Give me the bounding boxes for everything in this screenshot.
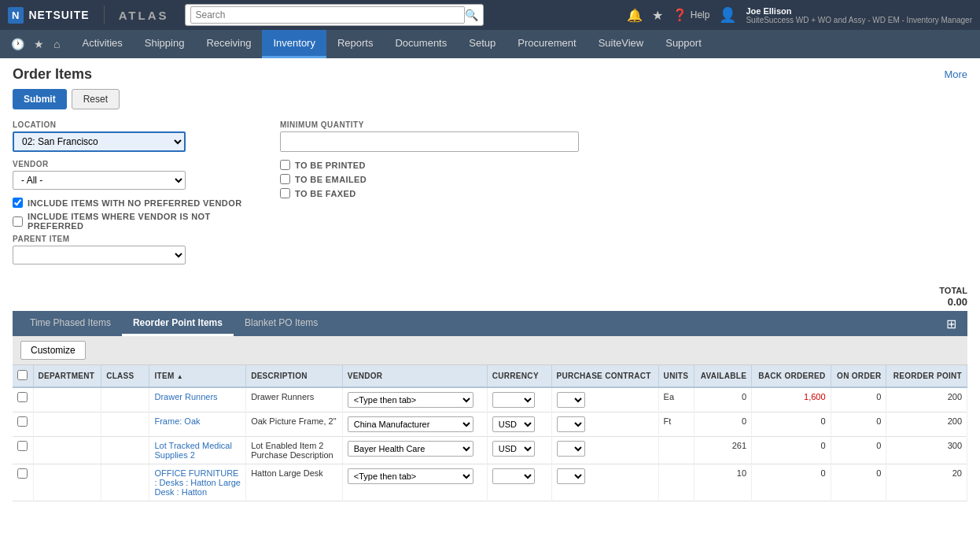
row2-on-order: 0 xyxy=(831,412,886,437)
reset-button[interactable]: Reset xyxy=(72,89,120,109)
include-no-preferred-label: INCLUDE ITEMS WITH NO PREFERRED VENDOR xyxy=(28,198,242,208)
location-select[interactable]: 02: San Francisco xyxy=(13,131,186,152)
to-be-faxed-checkbox[interactable] xyxy=(280,188,290,198)
row2-vendor-select[interactable]: China Manufacturer xyxy=(348,416,473,432)
row1-on-order: 0 xyxy=(831,387,886,412)
help-button[interactable]: ❓ Help xyxy=(672,8,710,22)
to-be-printed-checkbox[interactable] xyxy=(280,160,290,170)
search-input[interactable] xyxy=(190,6,465,24)
row2-currency-select[interactable]: USD xyxy=(492,416,535,432)
col-on-order-header: ON ORDER xyxy=(831,365,886,387)
col-check-header xyxy=(13,365,33,387)
row3-currency-select[interactable]: USD xyxy=(492,441,535,457)
nav-item-shipping[interactable]: Shipping xyxy=(134,30,196,58)
col-department-header: DEPARTMENT xyxy=(33,365,101,387)
home-icon[interactable]: 🕐 xyxy=(6,30,29,58)
col-class-header: CLASS xyxy=(101,365,149,387)
row1-vendor: <Type then tab> xyxy=(342,387,487,412)
total-area: TOTAL 0.00 xyxy=(13,285,967,308)
row1-back-ordered: 1,600 xyxy=(752,387,831,412)
row1-available: 0 xyxy=(694,387,752,412)
nav-item-inventory[interactable]: Inventory xyxy=(262,30,326,58)
row2-contract-select[interactable] xyxy=(557,416,585,432)
row1-back-ordered-link[interactable]: 1,600 xyxy=(804,392,826,401)
nav-item-receiving[interactable]: Receiving xyxy=(195,30,262,58)
row3-reorder-point: 300 xyxy=(886,437,967,464)
customize-button[interactable]: Customize xyxy=(20,341,86,360)
tab-blanket-po[interactable]: Blanket PO Items xyxy=(234,311,329,336)
row2-item: Frame: Oak xyxy=(149,412,246,437)
table-row: Drawer Runners Drawer Runners <Type then… xyxy=(13,387,967,412)
parent-item-select[interactable] xyxy=(13,246,186,264)
col-description-header: DESCRIPTION xyxy=(246,365,343,387)
table-row: Frame: Oak Oak Picture Frame, 2" China M… xyxy=(13,412,967,437)
row1-currency-select[interactable] xyxy=(492,392,535,408)
row3-contract-select[interactable] xyxy=(557,441,585,457)
nav-item-suiteview[interactable]: SuiteView xyxy=(588,30,655,58)
include-no-preferred-row: INCLUDE ITEMS WITH NO PREFERRED VENDOR xyxy=(13,198,249,208)
nav-item-setup[interactable]: Setup xyxy=(458,30,507,58)
search-bar[interactable]: 🔍 xyxy=(185,4,484,26)
row1-item-link[interactable]: Drawer Runners xyxy=(154,392,217,401)
to-be-faxed-row: TO BE FAXED xyxy=(280,188,967,198)
row4-currency-select[interactable] xyxy=(492,468,535,484)
row1-vendor-select[interactable]: <Type then tab> xyxy=(348,392,473,408)
nav-item-procurement[interactable]: Procurement xyxy=(507,30,587,58)
ns-logo-box: N xyxy=(8,7,24,24)
row4-check xyxy=(13,464,33,501)
table-header: DEPARTMENT CLASS ITEM DESCRIPTION VENDOR… xyxy=(13,365,967,387)
select-all-checkbox[interactable] xyxy=(17,370,28,380)
row4-currency xyxy=(487,464,551,501)
include-no-preferred-checkbox[interactable] xyxy=(13,198,23,208)
row4-item-link[interactable]: OFFICE FURNITURE : Desks : Hatton Large … xyxy=(154,468,240,497)
submit-button[interactable]: Submit xyxy=(13,89,67,109)
nav-item-documents[interactable]: Documents xyxy=(384,30,458,58)
row1-contract-select[interactable] xyxy=(557,392,585,408)
include-not-preferred-checkbox[interactable] xyxy=(13,216,23,227)
col-item-header[interactable]: ITEM xyxy=(149,365,246,387)
table-body: Drawer Runners Drawer Runners <Type then… xyxy=(13,387,967,501)
row3-item-link[interactable]: Lot Tracked Medical Supplies 2 xyxy=(154,441,231,460)
row4-department xyxy=(33,464,101,501)
row4-vendor-select[interactable]: <Type then tab> xyxy=(348,468,473,484)
row3-vendor-select[interactable]: Bayer Health Care xyxy=(348,441,473,457)
star-icon[interactable]: ★ xyxy=(652,8,663,23)
tab-reorder-point[interactable]: Reorder Point Items xyxy=(122,311,234,336)
row4-contract-select[interactable] xyxy=(557,468,585,484)
nav-item-support[interactable]: Support xyxy=(654,30,713,58)
include-not-preferred-label: INCLUDE ITEMS WHERE VENDOR IS NOT PREFER… xyxy=(28,212,249,231)
star-nav-icon[interactable]: ★ xyxy=(29,30,49,58)
row2-check xyxy=(13,412,33,437)
col-contract-header: PURCHASE CONTRACT xyxy=(551,365,658,387)
row1-currency xyxy=(487,387,551,412)
row3-currency: USD xyxy=(487,437,551,464)
vendor-select[interactable]: - All - xyxy=(13,171,186,190)
parent-item-label: PARENT ITEM xyxy=(13,235,249,243)
min-qty-input[interactable] xyxy=(280,131,579,152)
to-be-emailed-checkbox[interactable] xyxy=(280,174,290,184)
tabs-bar: Time Phased Items Reorder Point Items Bl… xyxy=(13,311,967,336)
row4-units xyxy=(658,464,694,501)
vendor-field-group: VENDOR - All - xyxy=(13,160,249,190)
nav-item-reports[interactable]: Reports xyxy=(326,30,385,58)
grid-icon[interactable]: ⊞ xyxy=(941,316,961,331)
page-content: Order Items More Submit Reset LOCATION 0… xyxy=(0,58,980,540)
row3-check xyxy=(13,437,33,464)
row4-on-order: 0 xyxy=(831,464,886,501)
tab-time-phased[interactable]: Time Phased Items xyxy=(19,311,122,336)
row1-reorder-point: 200 xyxy=(886,387,967,412)
nav-item-activities[interactable]: Activities xyxy=(71,30,133,58)
atlas-logo: ATLAS xyxy=(119,9,169,22)
row4-description: Hatton Large Desk xyxy=(246,464,343,501)
row2-item-link[interactable]: Frame: Oak xyxy=(154,416,200,426)
notifications-icon[interactable]: 🔔 xyxy=(627,8,643,23)
to-be-emailed-row: TO BE EMAILED xyxy=(280,174,967,184)
more-link[interactable]: More xyxy=(944,68,967,80)
vendor-label: VENDOR xyxy=(13,160,249,168)
row1-class xyxy=(101,387,149,412)
user-name: Joe Ellison xyxy=(746,6,972,16)
row3-contract xyxy=(551,437,658,464)
row1-check xyxy=(13,387,33,412)
help-icon: ❓ xyxy=(672,8,687,22)
house-icon[interactable]: ⌂ xyxy=(49,30,64,58)
